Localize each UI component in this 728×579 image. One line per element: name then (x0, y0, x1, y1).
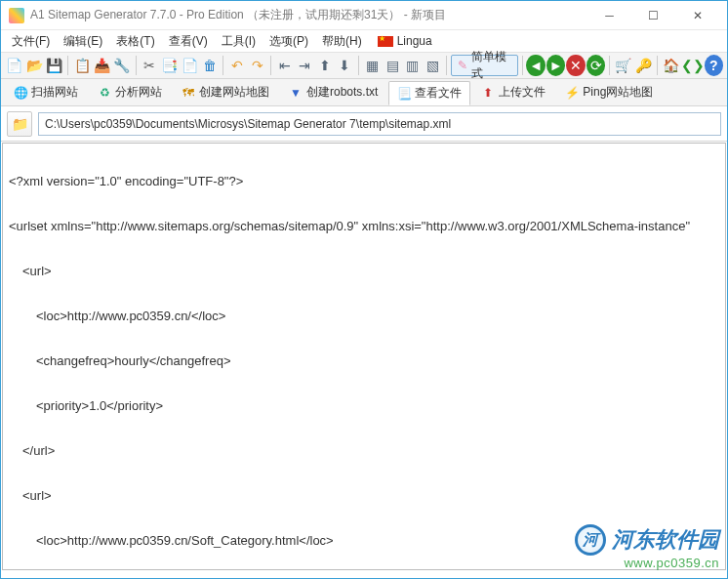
file-icon: 📃 (397, 87, 411, 101)
nav-forward-icon[interactable]: ► (546, 55, 565, 76)
paste-icon[interactable]: 📄 (181, 55, 199, 76)
share-icon[interactable]: ❮❯ (682, 55, 704, 76)
row-up-icon[interactable]: ⬆ (315, 55, 334, 76)
xml-line: <loc>http://www.pc0359.cn/</loc> (9, 305, 719, 327)
xml-text-view[interactable]: <?xml version="1.0" encoding="UTF-8"?> <… (3, 144, 725, 570)
help-icon[interactable]: ? (705, 55, 723, 76)
xml-line: </url> (9, 439, 719, 462)
browse-button[interactable]: 📁 (7, 111, 32, 137)
grid1-icon[interactable]: ▦ (363, 55, 382, 76)
xml-line: <priority>1.0</priority> (9, 394, 719, 417)
grid3-icon[interactable]: ▥ (403, 55, 422, 76)
xml-line: <url> (9, 484, 719, 507)
tab-upload-file[interactable]: ⬆ 上传文件 (472, 80, 554, 104)
toolbar-separator (446, 56, 447, 75)
save-icon[interactable]: 💾 (45, 55, 63, 76)
new-icon[interactable]: 📄 (5, 55, 23, 76)
menu-edit[interactable]: 编辑(E) (57, 31, 109, 52)
maximize-button[interactable]: ☐ (631, 2, 675, 29)
sitemap-icon: 🗺 (182, 86, 195, 100)
recycle-icon: ♻ (98, 86, 111, 100)
workflow-tabs: 🌐 扫描网站 ♻ 分析网站 🗺 创建网站地图 ▼ 创建robots.txt 📃 … (1, 79, 727, 106)
copy-doc-icon[interactable]: 📋 (72, 55, 91, 76)
nav-back-icon[interactable]: ◄ (526, 55, 545, 76)
window-title: A1 Sitemap Generator 7.7.0 - Pro Edition… (30, 7, 587, 23)
toolbar-separator (136, 56, 137, 75)
tab-label: 查看文件 (415, 85, 462, 102)
lightning-icon: ⚡ (565, 86, 579, 100)
tab-scan-site[interactable]: 🌐 扫描网站 (5, 80, 87, 104)
language-label: Lingua (397, 34, 432, 48)
grid4-icon[interactable]: ▧ (423, 55, 441, 76)
tab-label: Ping网站地图 (583, 84, 653, 101)
toolbar-separator (609, 56, 610, 75)
menu-file[interactable]: 文件(F) (5, 31, 57, 52)
import-icon[interactable]: 📥 (93, 55, 111, 76)
undo-icon[interactable]: ↶ (227, 55, 246, 76)
menu-help[interactable]: 帮助(H) (315, 31, 369, 52)
folder-icon: 📁 (12, 116, 28, 132)
menu-language[interactable]: Lingua (371, 32, 439, 50)
key-icon[interactable]: 🔑 (634, 55, 653, 76)
refresh-icon[interactable]: ⟳ (586, 55, 605, 76)
menu-bar: 文件(F) 编辑(E) 表格(T) 查看(V) 工具(I) 选项(P) 帮助(H… (1, 30, 727, 52)
indent-left-icon[interactable]: ⇤ (275, 55, 294, 76)
mode-label: 简单模式 (471, 49, 511, 82)
tab-ping-sitemap[interactable]: ⚡ Ping网站地图 (556, 80, 662, 104)
toolbar-separator (522, 56, 523, 75)
funnel-icon: ▼ (289, 86, 303, 100)
xml-line: <url> (9, 260, 719, 282)
row-down-icon[interactable]: ⬇ (336, 55, 354, 76)
path-row: 📁 (1, 106, 727, 142)
tool-icon[interactable]: 🔧 (112, 55, 131, 76)
menu-view[interactable]: 查看(V) (162, 31, 215, 52)
close-button[interactable]: ✕ (675, 2, 719, 29)
stop-icon[interactable]: ✕ (566, 55, 585, 76)
minimize-button[interactable]: ─ (587, 2, 631, 29)
main-toolbar: 📄 📂 💾 📋 📥 🔧 ✂ 📑 📄 🗑 ↶ ↷ ⇤ ⇥ ⬆ ⬇ ▦ ▤ ▥ ▧ … (1, 52, 727, 79)
xml-line: <loc>http://www.pc0359.cn/Soft_Category.… (9, 529, 719, 552)
toolbar-separator (270, 56, 271, 75)
tab-label: 扫描网站 (31, 84, 78, 101)
xml-line: <changefreq>hourly</changefreq> (9, 350, 719, 372)
app-icon (9, 8, 24, 23)
menu-tools[interactable]: 工具(I) (215, 31, 263, 52)
xml-line: <?xml version="1.0" encoding="UTF-8"?> (9, 170, 719, 192)
mode-icon: ✎ (458, 59, 467, 72)
redo-icon[interactable]: ↷ (248, 55, 266, 76)
tab-view-file[interactable]: 📃 查看文件 (388, 81, 470, 105)
cut-icon[interactable]: ✂ (141, 55, 159, 76)
tab-label: 创建网站地图 (199, 84, 269, 101)
menu-table[interactable]: 表格(T) (109, 31, 161, 52)
delete-icon[interactable]: 🗑 (200, 55, 219, 76)
toolbar-separator (657, 56, 658, 75)
menu-options[interactable]: 选项(P) (263, 31, 315, 52)
tab-label: 创建robots.txt (306, 84, 378, 101)
cart-icon[interactable]: 🛒 (614, 55, 632, 76)
toolbar-separator (67, 56, 68, 75)
flag-icon (378, 36, 393, 47)
open-icon[interactable]: 📂 (24, 55, 43, 76)
tab-create-sitemap[interactable]: 🗺 创建网站地图 (173, 80, 278, 104)
file-path-input[interactable] (38, 112, 721, 136)
copy-icon[interactable]: 📑 (160, 55, 179, 76)
toolbar-separator (358, 56, 359, 75)
grid2-icon[interactable]: ▤ (383, 55, 401, 76)
simple-mode-button[interactable]: ✎ 简单模式 (451, 55, 518, 76)
globe-icon: 🌐 (14, 86, 27, 100)
tab-label: 上传文件 (499, 84, 546, 101)
toolbar-separator (222, 56, 223, 75)
home-icon[interactable]: 🏠 (662, 55, 680, 76)
xml-line: <urlset xmlns="http://www.sitemaps.org/s… (9, 215, 719, 237)
tab-label: 分析网站 (115, 84, 162, 101)
tab-create-robots[interactable]: ▼ 创建robots.txt (280, 80, 386, 104)
upload-icon: ⬆ (481, 86, 495, 100)
title-bar: A1 Sitemap Generator 7.7.0 - Pro Edition… (1, 1, 727, 30)
tab-analyze-site[interactable]: ♻ 分析网站 (89, 80, 171, 104)
indent-right-icon[interactable]: ⇥ (296, 55, 314, 76)
file-content-panel: <?xml version="1.0" encoding="UTF-8"?> <… (2, 143, 726, 570)
